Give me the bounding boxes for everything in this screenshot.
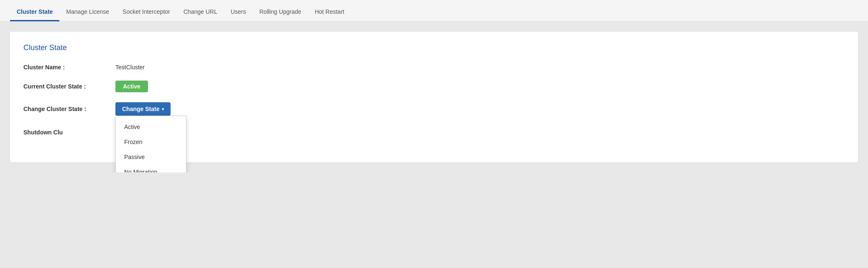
- cluster-state-card: Cluster State Cluster Name : TestCluster…: [10, 32, 858, 162]
- change-state-button[interactable]: Change State ▾: [115, 102, 171, 116]
- change-state-dropdown-wrapper: Change State ▾ Active Frozen Passive No …: [115, 102, 171, 116]
- dropdown-item-active[interactable]: Active: [116, 119, 186, 134]
- current-state-badge: Active: [115, 81, 148, 92]
- change-state-dropdown-menu: Active Frozen Passive No Migration: [115, 116, 186, 172]
- cluster-name-label: Cluster Name :: [23, 64, 115, 71]
- dropdown-item-passive[interactable]: Passive: [116, 149, 186, 164]
- current-state-row: Current Cluster State : Active: [23, 81, 845, 92]
- card-title: Cluster State: [23, 43, 845, 52]
- tab-rolling-upgrade[interactable]: Rolling Upgrade: [253, 3, 308, 21]
- shutdown-label: Shutdown Clu: [23, 129, 115, 136]
- chevron-down-icon: ▾: [162, 107, 164, 111]
- cluster-name-value: TestCluster: [115, 64, 145, 71]
- tab-hot-restart[interactable]: Hot Restart: [308, 3, 351, 21]
- tab-manage-license[interactable]: Manage License: [59, 3, 116, 21]
- tab-cluster-state[interactable]: Cluster State: [10, 3, 59, 21]
- change-state-label: Change Cluster State :: [23, 106, 115, 112]
- tab-users[interactable]: Users: [224, 3, 253, 21]
- content-area: Cluster State Cluster Name : TestCluster…: [0, 22, 868, 172]
- nav-bar: Cluster State Manage License Socket Inte…: [0, 0, 868, 22]
- dropdown-item-no-migration[interactable]: No Migration: [116, 164, 186, 172]
- dropdown-item-frozen[interactable]: Frozen: [116, 134, 186, 149]
- tab-socket-interceptor[interactable]: Socket Interceptor: [116, 3, 177, 21]
- cluster-name-row: Cluster Name : TestCluster: [23, 64, 845, 71]
- tab-change-url[interactable]: Change URL: [177, 3, 224, 21]
- change-state-row: Change Cluster State : Change State ▾ Ac…: [23, 102, 845, 116]
- current-state-label: Current Cluster State :: [23, 83, 115, 90]
- change-state-button-label: Change State: [122, 106, 159, 112]
